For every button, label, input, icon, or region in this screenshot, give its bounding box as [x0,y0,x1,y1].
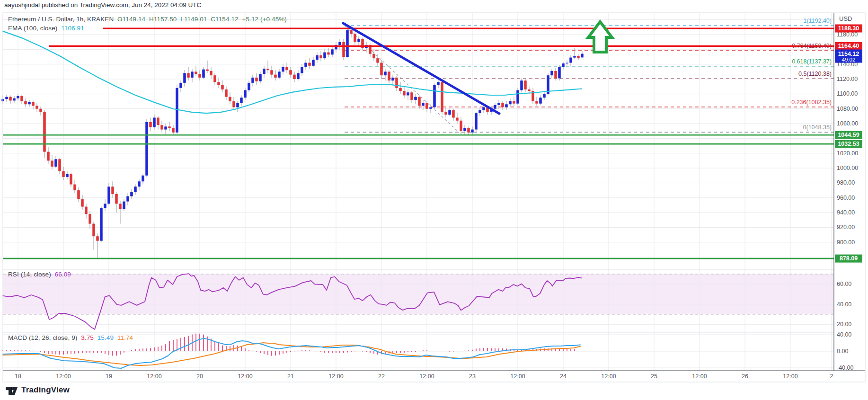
svg-text:23: 23 [469,373,476,380]
rsi-label[interactable]: RSI (14, close) [8,271,51,278]
svg-text:21: 21 [287,373,294,380]
svg-text:26: 26 [742,373,748,380]
svg-text:24: 24 [560,373,567,380]
tradingview-published-chart: aayushjindal published on TradingView.co… [0,0,868,400]
svg-text:0.236(1082.35): 0.236(1082.35) [791,99,832,106]
svg-text:878.09: 878.09 [840,255,858,262]
svg-text:12:00: 12:00 [692,373,707,380]
macd-value: 15.49 [97,334,114,341]
ohlc-high: H1157.50 [149,16,177,23]
macd-label[interactable]: MACD (12, 26, close, 9) [8,334,77,341]
tradingview-logo-icon [5,384,18,396]
svg-text:1120.00: 1120.00 [837,76,858,82]
svg-text:22: 22 [378,373,385,380]
svg-text:12:00: 12:00 [56,373,71,380]
ema-value: 1106.91 [61,25,84,32]
svg-text:12:00: 12:00 [419,373,434,380]
ema-legend: EMA (100, close) 1106.91 [8,25,86,32]
svg-text:-40.00: -40.00 [837,364,853,371]
macd-hist-value: 3.75 [81,334,94,341]
ohlc-low: L1149.01 [180,16,207,23]
svg-text:60.00: 60.00 [837,281,851,287]
svg-text:20.00: 20.00 [837,321,851,328]
svg-text:12:00: 12:00 [601,373,616,380]
svg-text:0(1048.35): 0(1048.35) [803,124,832,131]
svg-text:20: 20 [196,373,203,380]
svg-text:1(1192.40): 1(1192.40) [803,18,832,24]
svg-text:40.00: 40.00 [837,331,851,338]
svg-text:1044.59: 1044.59 [838,132,859,138]
rsi-value: 66.09 [55,271,71,278]
svg-text:12:00: 12:00 [238,373,252,380]
ohlc-open: O1149.14 [117,16,145,23]
symbol-legend: Ethereum / U.S. Dollar, 1h, KRAKEN O1149… [8,16,289,23]
svg-text:0.764(1158.40): 0.764(1158.40) [792,43,832,49]
svg-text:1164.40: 1164.40 [838,43,859,49]
svg-text:1060.00: 1060.00 [837,120,858,127]
svg-text:1032.53: 1032.53 [838,141,859,147]
svg-text:940.00: 940.00 [837,209,855,216]
svg-text:920.00: 920.00 [837,224,855,231]
ohlc-close: C1154.12 [211,16,238,23]
svg-text:900.00: 900.00 [837,239,855,246]
svg-text:0.618(1137.37): 0.618(1137.37) [792,58,832,65]
svg-text:1080.00: 1080.00 [837,106,858,112]
svg-text:49:02: 49:02 [842,57,856,62]
ema-label[interactable]: EMA (100, close) [8,25,57,32]
svg-text:1000.00: 1000.00 [837,165,858,171]
svg-text:12:00: 12:00 [328,373,343,380]
tradingview-logo[interactable]: TradingView [5,384,70,396]
svg-text:0.5(1120.38): 0.5(1120.38) [798,71,832,77]
svg-text:960.00: 960.00 [837,195,855,201]
svg-text:19: 19 [106,373,112,380]
svg-text:40.00: 40.00 [837,301,851,308]
svg-text:1188.30: 1188.30 [838,25,859,32]
price-axis-currency: USD [839,15,852,22]
svg-text:980.00: 980.00 [837,179,855,186]
ohlc-change: +5.12 (+0.45%) [242,16,286,23]
svg-text:1020.00: 1020.00 [837,150,858,157]
svg-text:1154.12: 1154.12 [838,51,859,57]
macd-legend: MACD (12, 26, close, 9) 3.75 15.49 11.74 [8,334,135,341]
svg-text:2: 2 [830,373,833,380]
svg-text:12:00: 12:00 [783,373,797,380]
symbol-title[interactable]: Ethereum / U.S. Dollar, 1h, KRAKEN [8,16,114,23]
rsi-band [3,274,834,314]
svg-text:12:00: 12:00 [510,373,525,380]
macd-signal-value: 11.74 [117,334,133,341]
publish-header: aayushjindal published on TradingView.co… [4,1,201,9]
svg-text:25: 25 [651,373,657,380]
rsi-legend: RSI (14, close) 66.09 [8,271,73,278]
tradingview-logo-text: TradingView [21,385,70,395]
svg-text:0.00: 0.00 [837,348,848,355]
svg-text:12:00: 12:00 [147,373,161,380]
svg-text:18: 18 [15,373,21,380]
svg-text:1100.00: 1100.00 [837,90,858,97]
